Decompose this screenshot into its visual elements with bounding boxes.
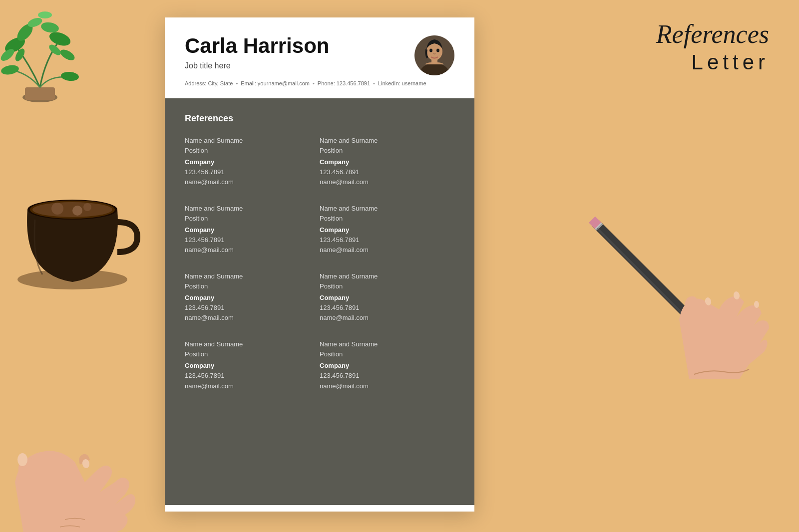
header-text: Carla Harrison Job title here	[185, 35, 329, 70]
ref-email-7: name@mail.com	[320, 381, 454, 392]
ref-position-7: Position	[320, 349, 454, 359]
svg-point-36	[436, 49, 439, 52]
ref-phone-1: 123.456.7891	[320, 167, 454, 178]
contact-email: Email: yourname@mail.com	[241, 80, 310, 86]
reference-item-2: Name and Surname Position Company 123.45…	[185, 204, 320, 256]
ref-phone-3: 123.456.7891	[320, 235, 454, 246]
job-title: Job title here	[185, 61, 329, 70]
ref-name-6: Name and Surname	[185, 339, 320, 349]
ref-position-0: Position	[185, 146, 320, 156]
ref-name-1: Name and Surname	[320, 136, 454, 146]
ref-position-5: Position	[320, 281, 454, 291]
hand-pencil-decoration	[559, 130, 799, 379]
ref-name-4: Name and Surname	[185, 271, 320, 281]
resume-document: Carla Harrison Job title here	[165, 17, 474, 512]
title-references: References	[656, 20, 769, 48]
svg-point-35	[429, 49, 432, 52]
svg-point-18	[51, 203, 63, 215]
ref-email-6: name@mail.com	[185, 381, 320, 392]
ref-email-2: name@mail.com	[185, 245, 320, 256]
reference-item-1: Name and Surname Position Company 123.45…	[320, 136, 454, 188]
svg-rect-23	[592, 220, 691, 318]
coffee-cup-decoration	[7, 135, 147, 304]
reference-item-7: Name and Surname Position Company 123.45…	[320, 339, 454, 391]
ref-email-4: name@mail.com	[185, 313, 320, 323]
hand-coffee-decoration	[0, 332, 170, 532]
ref-company-2: Company	[185, 225, 320, 235]
reference-item-4: Name and Surname Position Company 123.45…	[185, 271, 320, 323]
ref-phone-4: 123.456.7891	[185, 303, 320, 313]
svg-point-21	[17, 453, 27, 466]
section-references-title: References	[185, 113, 454, 124]
ref-email-0: name@mail.com	[185, 177, 320, 188]
ref-phone-6: 123.456.7891	[185, 371, 320, 381]
ref-position-6: Position	[185, 349, 320, 359]
ref-position-3: Position	[320, 214, 454, 224]
svg-point-10	[58, 47, 76, 62]
ref-company-5: Company	[320, 293, 454, 303]
ref-company-0: Company	[185, 157, 320, 167]
document-header: Carla Harrison Job title here	[165, 17, 474, 98]
title-letter: Letter	[656, 50, 769, 74]
ref-company-3: Company	[320, 225, 454, 235]
ref-email-1: name@mail.com	[320, 177, 454, 188]
document-body: References Name and Surname Position Com…	[165, 98, 474, 505]
sep1: •	[236, 80, 238, 86]
reference-item-3: Name and Surname Position Company 123.45…	[320, 204, 454, 256]
svg-point-17	[32, 202, 112, 217]
header-top: Carla Harrison Job title here	[185, 35, 454, 75]
ref-position-1: Position	[320, 146, 454, 156]
ref-phone-0: 123.456.7891	[185, 167, 320, 178]
contact-linkedin: LinkedIn: username	[378, 80, 426, 86]
ref-name-7: Name and Surname	[320, 339, 454, 349]
svg-point-6	[0, 64, 20, 76]
ref-company-1: Company	[320, 157, 454, 167]
svg-point-5	[40, 21, 60, 34]
references-grid: Name and Surname Position Company 123.45…	[185, 136, 454, 407]
contact-address: Address: City, State	[185, 80, 233, 86]
plant-decoration	[0, 0, 115, 115]
ref-email-5: name@mail.com	[320, 313, 454, 323]
svg-point-20	[83, 203, 91, 211]
page-title-area: References Letter	[656, 20, 769, 74]
sep3: •	[373, 80, 375, 86]
svg-rect-1	[25, 87, 55, 100]
contact-info: Address: City, State • Email: yourname@m…	[185, 80, 454, 86]
ref-phone-5: 123.456.7891	[320, 303, 454, 313]
ref-company-4: Company	[185, 293, 320, 303]
svg-point-7	[60, 71, 79, 81]
ref-name-3: Name and Surname	[320, 204, 454, 214]
profile-photo	[414, 35, 454, 75]
sep2: •	[313, 80, 315, 86]
ref-phone-2: 123.456.7891	[185, 235, 320, 246]
ref-company-6: Company	[185, 361, 320, 371]
reference-item-6: Name and Surname Position Company 123.45…	[185, 339, 320, 391]
ref-phone-7: 123.456.7891	[320, 371, 454, 381]
svg-rect-28	[597, 228, 683, 314]
ref-email-3: name@mail.com	[320, 245, 454, 256]
candidate-name: Carla Harrison	[185, 35, 329, 56]
reference-item-0: Name and Surname Position Company 123.45…	[185, 136, 320, 188]
ref-position-2: Position	[185, 214, 320, 224]
reference-item-5: Name and Surname Position Company 123.45…	[320, 271, 454, 323]
svg-point-11	[38, 11, 52, 18]
ref-company-7: Company	[320, 361, 454, 371]
profile-photo-svg	[414, 35, 454, 75]
ref-name-0: Name and Surname	[185, 136, 320, 146]
ref-position-4: Position	[185, 281, 320, 291]
ref-name-2: Name and Surname	[185, 204, 320, 214]
ref-name-5: Name and Surname	[320, 271, 454, 281]
svg-point-19	[72, 206, 82, 216]
contact-phone: Phone: 123.456.7891	[318, 80, 370, 86]
